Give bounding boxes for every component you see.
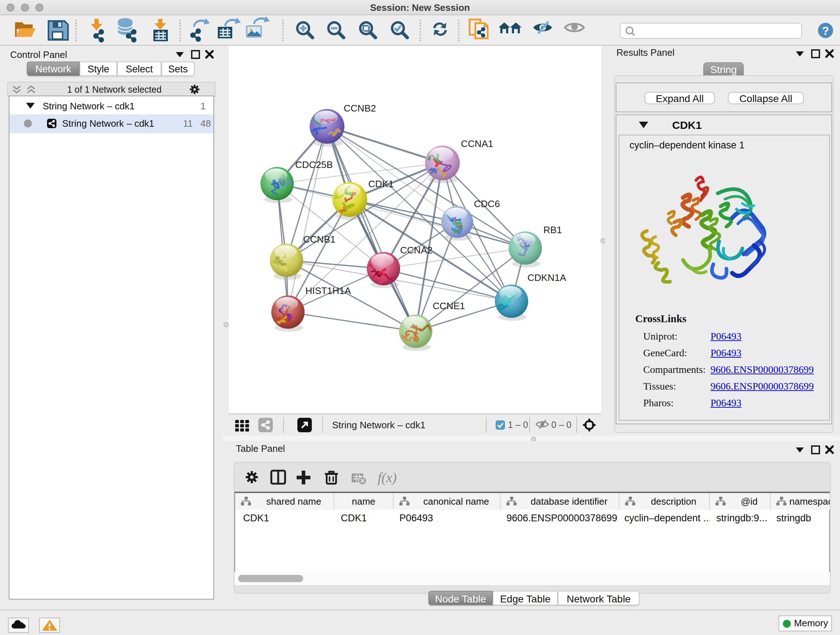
svg-text:CDC25B: CDC25B [295, 159, 333, 170]
svg-text:CCNB1: CCNB1 [303, 234, 335, 245]
svg-text:CCNA1: CCNA1 [461, 138, 493, 149]
svg-text:f(x): f(x) [378, 470, 397, 486]
svg-text:CDKN1A: CDKN1A [527, 272, 566, 283]
svg-text:1 – 0: 1 – 0 [508, 420, 528, 430]
svg-text:1 of 1 Network selected: 1 of 1 Network selected [67, 84, 161, 95]
svg-text:CDC6: CDC6 [474, 198, 500, 209]
svg-text:CDK1: CDK1 [368, 179, 393, 189]
svg-text:RB1: RB1 [543, 225, 562, 235]
svg-text:CCNA2: CCNA2 [400, 245, 432, 256]
svg-text:String Network – cdk1: String Network – cdk1 [332, 420, 425, 431]
svg-text:CCNE1: CCNE1 [433, 301, 465, 311]
svg-text:HIST1H1A: HIST1H1A [305, 285, 351, 296]
svg-text:CCNB2: CCNB2 [344, 103, 376, 114]
svg-text:?: ? [822, 24, 829, 37]
svg-text:0 – 0: 0 – 0 [551, 420, 572, 430]
